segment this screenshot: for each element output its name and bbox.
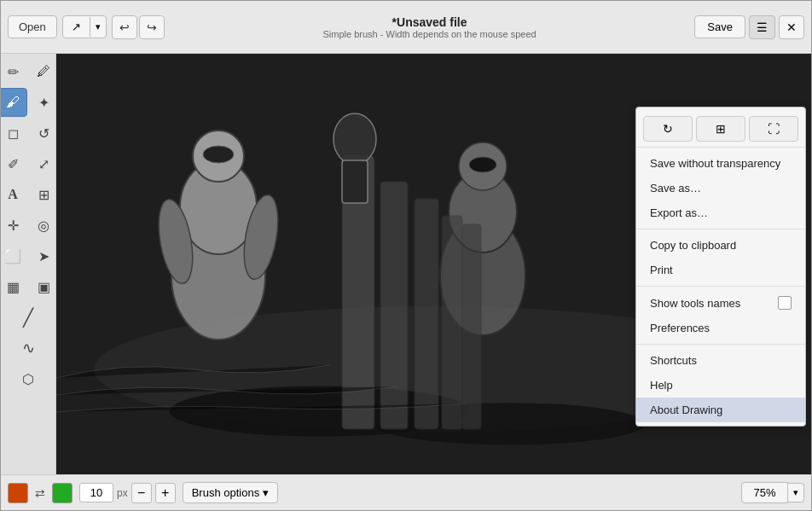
tool-row-9: ╱ — [14, 303, 43, 332]
menu-separator-3 — [636, 344, 805, 345]
title-bar-left: Open ↗ ▾ ↩ ↪ — [8, 15, 165, 39]
tool-brush[interactable]: 🖌 — [1, 88, 27, 117]
menu-toolbar: ↻ ⊞ ⛶ — [636, 111, 805, 148]
canvas-area[interactable]: ↻ ⊞ ⛶ Save without transparency Save as…… — [56, 54, 811, 474]
brush-options-button[interactable]: Brush options ▾ — [183, 482, 279, 503]
svg-rect-16 — [415, 199, 438, 429]
svg-rect-20 — [342, 160, 368, 203]
undo-button[interactable]: ↩ — [112, 15, 137, 39]
main-content: ✏ 🖉 🖌 ✦ ◻ ↺ ✐ ⤢ A ⊞ ✛ ◎ — [1, 54, 811, 474]
tool-eyedropper[interactable]: 🖉 — [29, 57, 56, 86]
window-title: *Unsaved file — [171, 15, 688, 29]
tool-pencil[interactable]: ✏ — [1, 57, 27, 86]
export-arrow[interactable]: ▾ — [90, 17, 106, 37]
menu-item-save-no-transparency[interactable]: Save without transparency — [636, 151, 805, 176]
bottom-bar: ⇄ px − + Brush options ▾ 75% ▾ — [1, 474, 811, 510]
tool-magic-wand[interactable]: ✦ — [29, 88, 56, 117]
tool-row-11: ⬡ — [14, 364, 43, 393]
zoom-value: 75% — [741, 482, 788, 503]
hamburger-button[interactable]: ☰ — [749, 15, 775, 39]
tool-pattern[interactable]: ▦ — [1, 272, 27, 301]
svg-rect-17 — [442, 216, 462, 429]
tool-transform[interactable]: ↺ — [29, 119, 56, 148]
tool-row-8: ▦ ▣ — [1, 272, 56, 301]
tool-move[interactable]: ✛ — [1, 211, 27, 240]
close-button[interactable]: ✕ — [779, 15, 804, 39]
svg-rect-15 — [380, 182, 408, 429]
brush-options-label: Brush options — [192, 486, 260, 499]
open-button[interactable]: Open — [8, 15, 57, 38]
export-main[interactable]: ↗ — [63, 16, 90, 38]
tool-text[interactable]: A — [1, 180, 27, 209]
menu-item-preferences[interactable]: Preferences — [636, 316, 805, 340]
menu-item-show-tools-names[interactable]: Show tools names — [636, 290, 805, 316]
menu-separator-2 — [636, 286, 805, 287]
title-bar-right: Save ☰ ✕ — [694, 15, 804, 39]
secondary-color-swatch[interactable] — [52, 483, 72, 503]
zoom-dropdown-button[interactable]: ▾ — [788, 483, 804, 502]
window-subtitle: Simple brush - Width depends on the mous… — [171, 29, 688, 39]
svg-point-13 — [469, 157, 496, 172]
tool-polygon[interactable]: ⬡ — [14, 364, 43, 393]
tool-layers[interactable]: ▣ — [29, 272, 56, 301]
tool-pencil2[interactable]: ✐ — [1, 149, 27, 178]
tool-row-6: ✛ ◎ — [1, 211, 56, 240]
brush-options-arrow: ▾ — [263, 486, 269, 499]
tool-row-3: ◻ ↺ — [1, 119, 56, 148]
size-increase-button[interactable]: + — [155, 483, 176, 503]
dropdown-menu: ↻ ⊞ ⛶ Save without transparency Save as…… — [635, 107, 806, 427]
tools-panel: ✏ 🖉 🖌 ✦ ◻ ↺ ✐ ⤢ A ⊞ ✛ ◎ — [1, 54, 56, 474]
menu-item-save-as[interactable]: Save as… — [636, 176, 805, 200]
menu-search-button[interactable]: ⊞ — [696, 116, 745, 142]
tool-eraser[interactable]: ◻ — [1, 119, 27, 148]
svg-point-19 — [334, 113, 376, 165]
swap-colors-button[interactable]: ⇄ — [35, 486, 45, 500]
tool-resize[interactable]: ⤢ — [29, 149, 56, 178]
menu-item-export-as[interactable]: Export as… — [636, 200, 805, 225]
app-window: Open ↗ ▾ ↩ ↪ *Unsaved file Simple brush … — [0, 0, 812, 511]
svg-point-3 — [374, 403, 646, 444]
zoom-control: 75% ▾ — [741, 482, 804, 503]
save-button[interactable]: Save — [694, 15, 745, 38]
tool-crop[interactable]: ⊞ — [29, 180, 56, 209]
menu-item-print[interactable]: Print — [636, 258, 805, 282]
tool-row-7: ⬜ ➤ — [1, 241, 56, 270]
menu-separator-1 — [636, 229, 805, 229]
size-control: px − + — [79, 483, 176, 503]
menu-refresh-button[interactable]: ↻ — [643, 116, 693, 142]
tool-select-rect[interactable]: ⬜ — [1, 241, 27, 270]
svg-rect-18 — [462, 224, 481, 429]
show-tools-names-checkbox[interactable] — [778, 296, 792, 310]
menu-item-help[interactable]: Help — [636, 373, 805, 398]
title-bar-center: *Unsaved file Simple brush - Width depen… — [171, 15, 688, 39]
tool-row-5: A ⊞ — [1, 180, 56, 209]
primary-color-swatch[interactable] — [8, 483, 28, 503]
redo-button[interactable]: ↪ — [139, 15, 165, 39]
size-decrease-button[interactable]: − — [131, 483, 152, 503]
tool-line[interactable]: ╱ — [14, 303, 43, 332]
title-bar: Open ↗ ▾ ↩ ↪ *Unsaved file Simple brush … — [1, 1, 811, 54]
tool-curve[interactable]: ∿ — [14, 334, 43, 363]
menu-expand-button[interactable]: ⛶ — [749, 116, 798, 142]
size-unit-label: px — [117, 487, 128, 499]
tool-select-arrow[interactable]: ➤ — [29, 241, 56, 270]
size-input[interactable] — [79, 483, 113, 502]
undo-redo-group: ↩ ↪ — [112, 15, 165, 39]
menu-item-copy-clipboard[interactable]: Copy to clipboard — [636, 233, 805, 258]
menu-item-shortcuts[interactable]: Shortcuts — [636, 348, 805, 373]
export-with-arrow: ↗ ▾ — [62, 15, 107, 38]
menu-item-about[interactable]: About Drawing — [636, 398, 805, 422]
tool-shape[interactable]: ◎ — [29, 211, 56, 240]
svg-point-7 — [203, 146, 234, 163]
tool-row-1: ✏ 🖉 — [1, 57, 56, 86]
tool-row-10: ∿ — [14, 334, 43, 363]
tool-row-2: 🖌 ✦ — [1, 88, 56, 117]
tool-row-4: ✐ ⤢ — [1, 149, 56, 178]
